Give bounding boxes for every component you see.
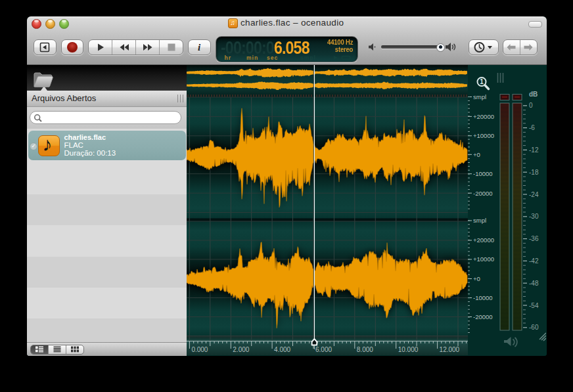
svg-text:dB: dB [529, 91, 538, 98]
svg-text:-6: -6 [529, 124, 535, 131]
svg-text:+0: +0 [473, 275, 480, 282]
svg-text:10.000: 10.000 [398, 346, 419, 353]
svg-text:0: 0 [529, 102, 533, 109]
svg-text:+20000: +20000 [473, 113, 494, 120]
svg-text:+10000: +10000 [473, 132, 494, 139]
svg-text:12.000: 12.000 [440, 346, 460, 353]
svg-text:i: i [198, 42, 201, 53]
svg-text:-12: -12 [529, 146, 539, 154]
svg-text:+20000: +20000 [473, 236, 494, 244]
svg-text:8.000: 8.000 [357, 346, 373, 353]
svg-text:0.000: 0.000 [191, 346, 208, 353]
svg-text:-30: -30 [529, 213, 539, 220]
svg-text:-10000: -10000 [473, 170, 493, 177]
svg-text:-60: -60 [529, 324, 539, 331]
svg-text:-20000: -20000 [473, 190, 493, 197]
svg-text:2.000: 2.000 [233, 346, 249, 353]
svg-text:smpl: smpl [473, 217, 486, 224]
svg-text:-10000: -10000 [473, 294, 493, 301]
svg-text:-20000: -20000 [473, 313, 493, 320]
svg-text:6.000: 6.000 [315, 346, 332, 353]
svg-text:4.000: 4.000 [274, 346, 290, 353]
svg-text:-18: -18 [529, 169, 539, 176]
svg-text:+0: +0 [473, 151, 480, 158]
svg-text:-36: -36 [529, 235, 539, 242]
svg-text:+10000: +10000 [473, 255, 494, 263]
svg-text:-42: -42 [529, 257, 539, 265]
svg-text:-48: -48 [529, 280, 539, 287]
svg-text:-54: -54 [529, 302, 539, 309]
svg-text:-24: -24 [529, 191, 539, 198]
svg-text:smpl: smpl [473, 93, 486, 100]
svg-text:1: 1 [480, 78, 484, 85]
